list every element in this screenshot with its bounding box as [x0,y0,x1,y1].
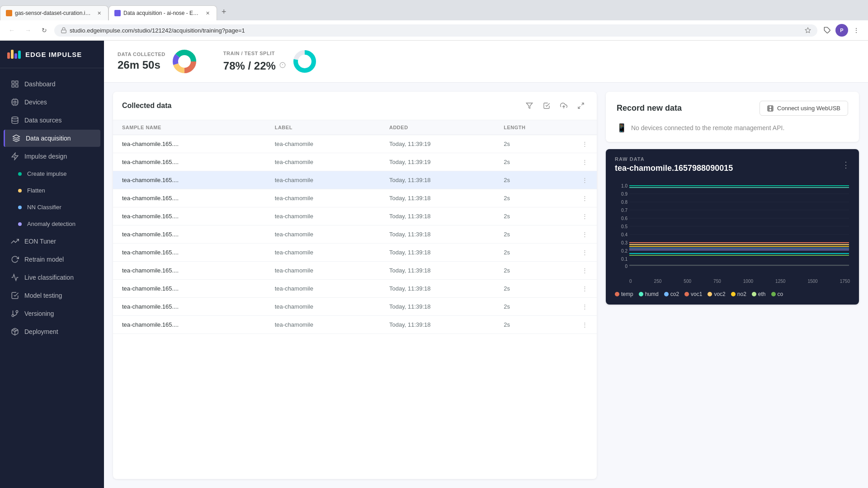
refresh-button[interactable]: ↻ [38,24,51,37]
forward-button[interactable]: → [22,24,34,37]
sidebar-item-anomaly-detection[interactable]: Anomaly detection [4,216,100,232]
data-table-scroll[interactable]: tea-chamomile.165.... tea-chamomile Toda… [113,135,597,479]
y-label-0: 0 [625,264,627,269]
back-button[interactable]: ← [5,24,18,37]
data-collected-pie [173,50,196,73]
address-bar[interactable]: studio.edgeimpulse.com/studio/121242/acq… [54,24,817,37]
row-menu-0[interactable]: ⋮ [565,141,588,147]
x-label-1000: 1000 [743,279,753,284]
logo-text: EDGE IMPULSE [25,51,82,58]
select-button[interactable] [540,99,553,113]
row-menu-10[interactable]: ⋮ [565,321,588,328]
cell-label-6: tea-chamomile [275,249,389,256]
menu-button[interactable]: ⋮ [850,24,863,37]
layers-icon [12,134,20,142]
expand-button[interactable] [574,99,588,113]
upload-button[interactable] [557,99,571,113]
trending-up-icon [11,237,19,245]
row-menu-2[interactable]: ⋮ [565,177,588,183]
row-menu-8[interactable]: ⋮ [565,285,588,292]
tab-close-2[interactable]: ✕ [204,9,211,17]
cell-added-2: Today, 11:39:18 [389,177,504,183]
sidebar-item-nn-classifier[interactable]: NN Classifier [4,199,100,215]
sidebar-item-eon-tuner[interactable]: EON Tuner [4,233,100,250]
table-row[interactable]: tea-chamomile.165.... tea-chamomile Toda… [113,189,597,207]
table-row[interactable]: tea-chamomile.165.... tea-chamomile Toda… [113,244,597,262]
legend-label-co2: co2 [670,291,679,297]
svg-line-37 [581,103,584,105]
table-row[interactable]: tea-chamomile.165.... tea-chamomile Toda… [113,207,597,225]
table-row[interactable]: tea-chamomile.165.... tea-chamomile Toda… [113,135,597,153]
tab-close-1[interactable]: ✕ [95,9,103,17]
chart-legend: temp humd co2 voc1 [606,287,859,305]
row-menu-9[interactable]: ⋮ [565,303,588,310]
y-label-10: 1.0 [621,183,627,188]
sidebar-label-nn-classifier: NN Classifier [27,204,61,211]
new-tab-button[interactable]: + [217,4,231,20]
cell-label-2: tea-chamomile [275,177,389,183]
row-menu-3[interactable]: ⋮ [565,195,588,202]
sidebar-item-versioning[interactable]: Versioning [4,305,100,322]
svg-marker-18 [13,135,20,139]
legend-dot-co2 [664,292,669,296]
profile-button[interactable]: P [835,24,848,37]
usb-icon [767,105,774,112]
x-label-1500: 1500 [807,279,817,284]
sidebar-item-data-acquisition[interactable]: Data acquisition [4,130,100,147]
row-menu-6[interactable]: ⋮ [565,249,588,256]
sidebar-item-create-impulse[interactable]: Create impulse [4,166,100,182]
connect-webusb-button[interactable]: Connect using WebUSB [760,101,848,116]
row-menu-5[interactable]: ⋮ [565,231,588,238]
browser-tab-1[interactable]: gas-sensor-dataset-curation.ipy... ✕ [0,5,108,20]
stats-bar: DATA COLLECTED 26m 50s TRAIN / TEST SPLI… [104,41,868,83]
row-menu-7[interactable]: ⋮ [565,267,588,274]
sidebar-item-flatten[interactable]: Flatten [4,183,100,198]
sidebar-label-anomaly-detection: Anomaly detection [27,221,75,227]
puzzle-icon [824,27,831,34]
sidebar-item-model-testing[interactable]: Model testing [4,287,100,304]
record-title: Record new data [617,103,682,113]
sidebar-item-live-classification[interactable]: Live classification [4,269,100,286]
browser-tab-2[interactable]: Data acquisition - ai-nose - Edge... ✕ [108,5,217,20]
row-menu-1[interactable]: ⋮ [565,159,588,165]
tab-title-1: gas-sensor-dataset-curation.ipy... [15,10,93,16]
star-icon [805,27,811,33]
table-row[interactable]: tea-chamomile.165.... tea-chamomile Toda… [113,280,597,298]
tab-favicon-2 [114,10,121,16]
sidebar-label-data-acquisition: Data acquisition [26,135,71,142]
y-label-08: 0.8 [621,200,627,205]
table-row[interactable]: tea-chamomile.165.... tea-chamomile Toda… [113,298,597,316]
data-collected-value: 26m 50s [118,59,165,71]
sidebar-item-data-sources[interactable]: Data sources [4,112,100,129]
x-axis-labels: 0 250 500 750 1000 1250 1500 1750 [606,279,859,287]
chart-section-label: RAW DATA [615,156,733,162]
sidebar-label-flatten: Flatten [27,187,45,194]
legend-dot-humd [639,292,643,296]
chart-menu-button[interactable]: ⋮ [842,160,850,170]
cell-length-4: 2s [504,213,565,220]
row-menu-4[interactable]: ⋮ [565,213,588,220]
table-row[interactable]: tea-chamomile.165.... tea-chamomile Toda… [113,262,597,280]
table-row[interactable]: tea-chamomile.165.... tea-chamomile Toda… [113,171,597,189]
table-row[interactable]: tea-chamomile.165.... tea-chamomile Toda… [113,316,597,334]
legend-dot-temp [615,292,619,296]
sidebar-item-impulse-design[interactable]: Impulse design [4,148,100,165]
cell-label-8: tea-chamomile [275,285,389,292]
data-collected-label: DATA COLLECTED [118,52,165,57]
sidebar-item-dashboard[interactable]: Dashboard [4,75,100,93]
y-label-01: 0.1 [621,257,627,262]
x-label-500: 500 [684,279,691,284]
sidebar-item-retrain-model[interactable]: Retrain model [4,251,100,268]
svg-point-22 [12,314,14,317]
filter-button[interactable] [523,99,536,113]
x-label-1250: 1250 [775,279,785,284]
cell-name-8: tea-chamomile.165.... [122,285,275,292]
table-row[interactable]: tea-chamomile.165.... tea-chamomile Toda… [113,225,597,244]
collected-data-panel: Collected data [113,92,597,479]
table-row[interactable]: tea-chamomile.165.... tea-chamomile Toda… [113,153,597,171]
sidebar-item-devices[interactable]: Devices [4,94,100,111]
extensions-button[interactable] [821,24,834,37]
legend-label-humd: humd [645,291,659,297]
sidebar-item-deployment[interactable]: Deployment [4,323,100,340]
col-header-added: ADDED [389,125,504,130]
